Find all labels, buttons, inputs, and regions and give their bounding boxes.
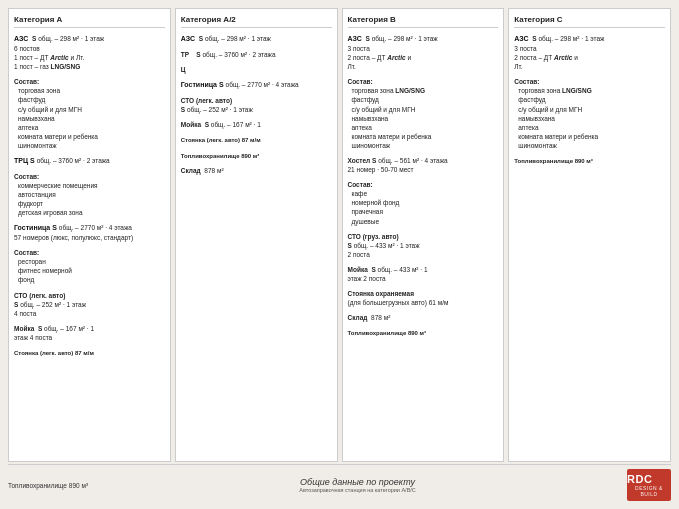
tr-a2-desc: S общ. – 3760 м² · 2 этажа <box>196 51 275 58</box>
sto-a-section: СТО (легк. авто) S общ. – 252 м² · 1 эта… <box>14 291 165 318</box>
hostel-b-header: Хостел S <box>348 157 379 164</box>
main-content: Категория А АЗС S общ. – 298 м² · 1 этаж… <box>8 8 671 462</box>
hotel-a-header: Гостиница S <box>14 224 59 231</box>
sklad-b-header: Склад <box>348 314 370 321</box>
sostav-c1-content: торговая зона LNG/SNGфастфудс/у общий и … <box>514 86 665 150</box>
sostav-b1-label: Состав: <box>348 77 499 86</box>
trc-a-header: ТРЦ S <box>14 157 37 164</box>
moika-a2-section: Мойка S общ. – 167 м² · 1 <box>181 120 332 129</box>
moika-a-section: Мойка S общ. – 167 м² · 1этаж 4 поста <box>14 324 165 342</box>
toplivox-b-section: Топливохранилище 890 м³ <box>348 328 499 337</box>
sto-a2-desc: S общ. – 252 м² · 1 этаж <box>181 105 332 114</box>
footer-center-sub: Автозаправочная станция на категории А/В… <box>88 487 627 493</box>
logo-line1: RDC <box>627 473 652 485</box>
sostav-a3-section: Состав: ресторанфитнес номернойфонд <box>14 248 165 284</box>
sklad-a2-desc: 878 м² <box>204 167 223 174</box>
category-a2-title: Категория А/2 <box>181 14 332 28</box>
stoianka-b-header: Стоянка охраняемая <box>348 289 499 298</box>
azs-a2-header: АЗС <box>181 35 197 42</box>
sklad-a2-header: Склад <box>181 167 203 174</box>
sostav-b2-content: кафеномерной фондпрачечнаядушевые <box>348 189 499 225</box>
category-b-title: Категория В <box>348 14 499 28</box>
toplivox-a2-section: Топливохранилище 890 м³ <box>181 151 332 160</box>
trc-a-section: ТРЦ S общ. – 3760 м² · 2 этажа <box>14 156 165 166</box>
footer-center-block: Общие данные по проекту Автозаправочная … <box>88 477 627 493</box>
trc-a-desc: общ. – 3760 м² · 2 этажа <box>37 157 110 164</box>
tr-a2-header: ТР <box>181 51 195 58</box>
category-a-title: Категория А <box>14 14 165 28</box>
azs-c-header: АЗС <box>514 35 530 42</box>
azs-a-header: АЗС <box>14 35 30 42</box>
moika-b-header: Мойка <box>348 266 370 273</box>
footer-left-text: Топливохранилище 890 м³ <box>8 482 88 489</box>
sklad-b-section: Склад 878 м² <box>348 313 499 322</box>
hotel-a2-desc: общ. – 2770 м² · 4 этажа <box>226 81 299 88</box>
sostav-a3-content: ресторанфитнес номернойфонд <box>14 257 165 284</box>
category-a-column: Категория А АЗС S общ. – 298 м² · 1 этаж… <box>8 8 171 462</box>
category-a2-column: Категория А/2 АЗС S общ. – 298 м² · 1 эт… <box>175 8 338 462</box>
sostav-a1-content: торговая зонафастфудс/у общий и для МГНн… <box>14 86 165 150</box>
sto-a2-header: СТО (легк. авто) <box>181 96 332 105</box>
hotel-a2-section: Гостиница S общ. – 2770 м² · 4 этажа <box>181 80 332 90</box>
sto-a2-section: СТО (легк. авто) S общ. – 252 м² · 1 эта… <box>181 96 332 114</box>
moika-a2-desc: S общ. – 167 м² · 1 <box>205 121 261 128</box>
sostav-b1-section: Состав: торговая зона LNG/SNGфастфудс/у … <box>348 77 499 150</box>
stoianka-a-label: Стоянка (легк. авто) 87 м/м <box>14 350 94 356</box>
hostel-b-section: Хостел S общ. – 561 м² · 4 этажа21 номер… <box>348 156 499 174</box>
azs-b-section: АЗС S общ. – 298 м² · 1 этаж3 поста2 пос… <box>348 34 499 71</box>
toplivox-c-label: Топливохранилище 890 м³ <box>514 158 593 164</box>
stoianka-a2-label: Стоянка (легк. авто) 87 м/м <box>181 137 261 143</box>
sto-a-header: СТО (легк. авто) <box>14 291 165 300</box>
category-c-title: Категория С <box>514 14 665 28</box>
sostav-a1-label: Состав: <box>14 77 165 86</box>
sostav-c1-label: Состав: <box>514 77 665 86</box>
sto-a-desc: S общ. – 252 м² · 1 этаж4 поста <box>14 300 165 318</box>
footer: Топливохранилище 890 м³ Общие данные по … <box>8 464 671 501</box>
azs-a-section: АЗС S общ. – 298 м² · 1 этаж6 постов1 по… <box>14 34 165 71</box>
ci-label: Ц <box>181 66 186 73</box>
moika-b-section: Мойка S общ. – 433 м² · 1этаж 2 поста <box>348 265 499 283</box>
stoianka-a-section: Стоянка (легк. авто) 87 м/м <box>14 348 165 357</box>
logo-line2: DESIGN & BUILD <box>627 485 671 497</box>
category-b-column: Категория В АЗС S общ. – 298 м² · 1 этаж… <box>342 8 505 462</box>
sostav-b2-section: Состав: кафеномерной фондпрачечнаядушевы… <box>348 180 499 225</box>
rdc-logo: RDC DESIGN & BUILD <box>627 469 671 501</box>
sto-b-header: СТО (груз. авто) <box>348 232 499 241</box>
hotel-a2-header: Гостиница S <box>181 81 226 88</box>
ci-section: Ц <box>181 65 332 74</box>
azs-c-section: АЗС S общ. – 298 м² · 1 этаж3 поста2 пос… <box>514 34 665 71</box>
sostav-a3-label: Состав: <box>14 248 165 257</box>
sostav-a2-label: Состав: <box>14 172 165 181</box>
sostav-a2-content: коммерческие помещенияавтостанцияфудкорт… <box>14 181 165 217</box>
sklad-a2-section: Склад 878 м² <box>181 166 332 175</box>
tr-a2-section: ТР S общ. – 3760 м² · 2 этажа <box>181 50 332 59</box>
stoianka-b-section: Стоянка охраняемая (для большегрузных ав… <box>348 289 499 307</box>
azs-a2-desc: S общ. – 298 м² · 1 этаж <box>199 35 271 42</box>
category-c-column: Категория С АЗС S общ. – 298 м² · 1 этаж… <box>508 8 671 462</box>
azs-b-header: АЗС <box>348 35 364 42</box>
sostav-b2-label: Состав: <box>348 180 499 189</box>
toplivox-c-section: Топливохранилище 890 м³ <box>514 156 665 165</box>
sto-b-section: СТО (груз. авто) S общ. – 433 м² · 1 эта… <box>348 232 499 259</box>
sostav-b1-content: торговая зона LNG/SNGфастфудс/у общий и … <box>348 86 499 150</box>
sostav-a1-section: Состав: торговая зонафастфудс/у общий и … <box>14 77 165 150</box>
toplivox-a2-label: Топливохранилище 890 м³ <box>181 153 260 159</box>
stoianka-a2-section: Стоянка (легк. авто) 87 м/м <box>181 135 332 144</box>
hotel-a-section: Гостиница S общ. – 2770 м² · 4 этажа57 н… <box>14 223 165 242</box>
moika-a-header: Мойка <box>14 325 36 332</box>
sklad-b-desc: 878 м² <box>371 314 390 321</box>
sto-b-desc: S общ. – 433 м² · 1 этаж2 поста <box>348 241 499 259</box>
moika-a2-header: Мойка <box>181 121 203 128</box>
azs-a2-section: АЗС S общ. – 298 м² · 1 этаж <box>181 34 332 44</box>
page: Категория А АЗС S общ. – 298 м² · 1 этаж… <box>0 0 679 509</box>
toplivox-b-label: Топливохранилище 890 м³ <box>348 330 427 336</box>
sostav-a2-section: Состав: коммерческие помещенияавтостанци… <box>14 172 165 217</box>
sostav-c1-section: Состав: торговая зона LNG/SNGфастфудс/у … <box>514 77 665 150</box>
stoianka-b-desc: (для большегрузных авто) 61 м/м <box>348 298 499 307</box>
footer-center-title: Общие данные по проекту <box>88 477 627 487</box>
